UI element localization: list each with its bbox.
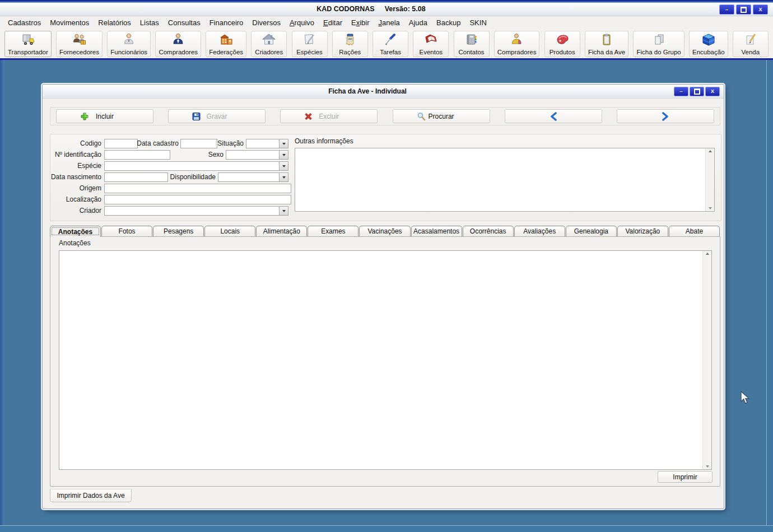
menu-exibir[interactable]: Exibir: [347, 17, 374, 28]
menu-cadastros[interactable]: Cadastros: [3, 17, 45, 28]
maximize-button[interactable]: [736, 4, 751, 15]
outras-informacoes-label: Outras informações: [295, 137, 407, 146]
imprimir-button[interactable]: Imprimir: [658, 471, 713, 483]
procurar-label: Procurar: [429, 113, 454, 120]
dialog-maximize-button[interactable]: [690, 87, 704, 96]
data-nascimento-input[interactable]: [104, 172, 168, 182]
imprimir-dados-da-ave-button[interactable]: Imprimir Dados da Ave: [50, 489, 132, 502]
toolbar-transportador[interactable]: Transportador: [4, 31, 52, 57]
tab-anotacoes[interactable]: Anotações: [50, 226, 101, 237]
menu-consultas[interactable]: Consultas: [164, 17, 205, 28]
toolbar-especies[interactable]: Espécies: [292, 31, 328, 57]
anotacoes-textbox: [59, 250, 712, 470]
scroll-up-icon[interactable]: [706, 251, 709, 255]
tab-vacinacoes[interactable]: Vacinações: [359, 226, 410, 236]
tab-valorizacao[interactable]: Valorização: [617, 226, 668, 236]
sexo-select[interactable]: [226, 150, 288, 160]
menu-janela[interactable]: Janela: [374, 17, 404, 28]
toolbar-label: Compradores: [159, 49, 198, 56]
procurar-button[interactable]: Procurar: [393, 109, 490, 123]
note-pencil-icon: [743, 32, 758, 47]
menu-listas[interactable]: Listas: [136, 17, 164, 28]
scrollbar[interactable]: [702, 251, 711, 469]
toolbar-ficha-da-ave[interactable]: Ficha da Ave: [585, 31, 628, 57]
toolbar-label: Ficha da Ave: [588, 49, 625, 56]
toolbar-criadores[interactable]: Criadores: [251, 31, 287, 57]
close-button[interactable]: X: [753, 4, 768, 15]
toolbar-venda[interactable]: Venda: [733, 31, 769, 57]
tab-genealogia[interactable]: Genealogia: [566, 226, 617, 236]
identificacao-input[interactable]: [104, 150, 170, 160]
tab-avaliacoes[interactable]: Avaliações: [514, 226, 565, 236]
dropdown-arrow-icon[interactable]: [279, 151, 288, 159]
toolbar-eventos[interactable]: Eventos: [413, 31, 449, 57]
minimize-button[interactable]: –: [719, 4, 734, 15]
dropdown-arrow-icon[interactable]: [279, 207, 288, 215]
menu-diversos[interactable]: Diversos: [248, 17, 285, 28]
situacao-select[interactable]: [246, 139, 288, 148]
origem-input[interactable]: [104, 184, 291, 193]
disponibilidade-select[interactable]: [218, 172, 288, 182]
dialog-titlebar[interactable]: Ficha da Ave - Individual – X: [43, 85, 724, 99]
scrollbar[interactable]: [705, 148, 714, 211]
close-icon: X: [758, 7, 762, 12]
toolbar-tarefas[interactable]: Tarefas: [372, 31, 408, 57]
toolbar-federacoes[interactable]: Federações: [206, 31, 246, 57]
tab-pesagens[interactable]: Pesagens: [153, 226, 204, 236]
tab-alimentacao[interactable]: Alimentação: [256, 226, 307, 236]
criador-select[interactable]: [104, 206, 288, 216]
blue-cube-icon: [701, 32, 716, 47]
tab-exames[interactable]: Exames: [308, 226, 358, 236]
menu-skin[interactable]: SKIN: [465, 17, 491, 28]
toolbar-racoes[interactable]: Rações: [332, 31, 368, 57]
tab-acasalamentos[interactable]: Acasalamentos: [411, 226, 462, 236]
meat-icon: [555, 32, 570, 47]
localizacao-input[interactable]: [104, 195, 291, 204]
dropdown-arrow-icon[interactable]: [279, 139, 288, 148]
criador-label: Criador: [50, 206, 101, 216]
gravar-button[interactable]: Gravar: [168, 109, 266, 123]
tab-abate[interactable]: Abate: [669, 226, 720, 236]
screwdriver-icon: [383, 32, 398, 47]
toolbar-encubacao[interactable]: Encubação: [689, 31, 728, 57]
toolbar-label: Criadores: [255, 49, 283, 56]
bird-data-form: Codigo Data cadastro Situação Nº identif…: [50, 134, 721, 221]
menu-backup[interactable]: Backup: [432, 17, 465, 28]
truck-icon: [20, 32, 36, 47]
origem-label: Origem: [50, 184, 101, 193]
dropdown-arrow-icon[interactable]: [279, 162, 288, 170]
menu-ajuda[interactable]: Ajuda: [404, 17, 432, 28]
toolbar-fornecedores[interactable]: Fornecedores: [56, 31, 103, 57]
menu-financeiro[interactable]: Financeiro: [205, 17, 248, 28]
dialog-minimize-button[interactable]: –: [674, 87, 688, 96]
toolbar-compradores-2[interactable]: Compradores: [494, 31, 540, 57]
scroll-down-icon[interactable]: [706, 465, 709, 469]
toolbar-funcionarios[interactable]: Funcionários: [107, 31, 151, 57]
dialog-close-button[interactable]: X: [705, 87, 720, 96]
toolbar-compradores[interactable]: Compradores: [155, 31, 201, 57]
menu-movimentos[interactable]: Movimentos: [45, 17, 94, 28]
menu-arquivo[interactable]: Arquivo: [285, 17, 319, 28]
menu-editar[interactable]: Editar: [319, 17, 347, 28]
mouse-cursor: [741, 391, 751, 405]
dropdown-arrow-icon[interactable]: [279, 173, 288, 181]
menu-relatorios[interactable]: Relatórios: [94, 17, 136, 28]
toolbar-ficha-do-grupo[interactable]: Ficha do Grupo: [633, 31, 684, 57]
scroll-down-icon[interactable]: [709, 207, 712, 211]
toolbar-produtos[interactable]: Produtos: [544, 31, 580, 57]
outras-informacoes-textarea[interactable]: [295, 148, 706, 211]
tab-locais[interactable]: Locais: [204, 226, 255, 236]
anotacoes-textarea[interactable]: [59, 251, 703, 469]
tab-fotos[interactable]: Fotos: [101, 226, 152, 236]
incluir-button[interactable]: Incluir: [56, 109, 153, 123]
disponibilidade-label: Disponibilidade: [160, 172, 216, 182]
especie-select[interactable]: [104, 161, 288, 171]
clipboard-icon: [599, 32, 614, 47]
previous-record-button[interactable]: [505, 109, 602, 123]
toolbar-contatos[interactable]: Contatos: [454, 31, 490, 57]
next-record-button[interactable]: [617, 109, 714, 123]
excluir-button[interactable]: Excluir: [280, 109, 378, 123]
tab-ocorrencias[interactable]: Ocorrências: [463, 226, 514, 236]
minimize-icon: –: [725, 7, 728, 12]
scroll-up-icon[interactable]: [709, 148, 712, 152]
